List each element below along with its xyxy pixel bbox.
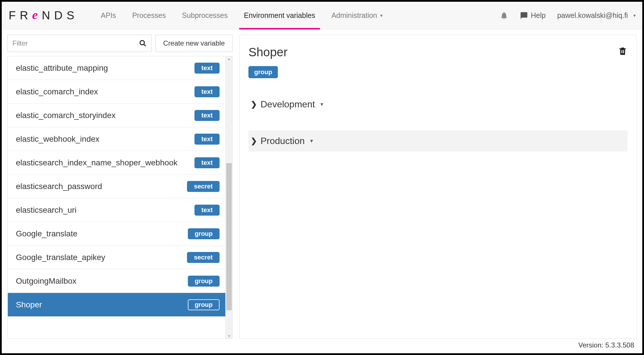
nav-item-apis[interactable]: APIs <box>93 2 124 29</box>
variable-type-badge: text <box>194 63 220 74</box>
variable-row[interactable]: OutgoingMailboxgroup <box>8 269 225 293</box>
frends-logo: FReNDS <box>9 8 78 23</box>
variable-name: elastic_attribute_mapping <box>16 63 108 73</box>
scrollbar[interactable]: ▴ ▾ <box>225 56 232 339</box>
variable-row[interactable]: elastic_comarch_storyindextext <box>8 104 225 127</box>
nav-item-environment-variables[interactable]: Environment variables <box>236 2 323 29</box>
variable-name: elastic_comarch_storyindex <box>16 111 116 120</box>
user-email: pawel.kowalski@hiq.fi <box>557 11 628 20</box>
top-navbar: FReNDS APIsProcessesSubprocessesEnvironm… <box>2 2 642 29</box>
scroll-up-icon[interactable]: ▴ <box>226 57 232 61</box>
chevron-right-icon: ❯ <box>251 100 257 109</box>
filter-input[interactable] <box>12 39 139 47</box>
variable-type-badge: group <box>188 276 220 287</box>
navbar-right: Help pawel.kowalski@hiq.fi ▼ <box>500 11 636 20</box>
detail-title: Shoper <box>248 45 287 59</box>
scroll-down-icon[interactable]: ▾ <box>226 334 232 338</box>
version-footer: Version: 5.3.3.508 <box>579 341 634 349</box>
variable-type-badge: text <box>194 86 220 97</box>
detail-header: Shoper <box>248 45 628 59</box>
variable-name: elasticsearch_uri <box>16 205 76 215</box>
variable-name: Google_translate <box>16 229 77 238</box>
nav-items: APIsProcessesSubprocessesEnvironment var… <box>93 2 392 29</box>
nav-item-subprocesses[interactable]: Subprocesses <box>174 2 236 29</box>
variable-name: Shoper <box>16 300 42 309</box>
main-content: Create new variable elastic_attribute_ma… <box>2 29 642 339</box>
variable-type-badge: text <box>194 205 220 216</box>
svg-point-0 <box>140 40 144 45</box>
create-variable-button[interactable]: Create new variable <box>156 35 233 52</box>
variable-name: OutgoingMailbox <box>16 276 76 286</box>
environment-production[interactable]: ❯ Production ▼ <box>248 130 628 152</box>
sidebar-toolbar: Create new variable <box>8 35 233 52</box>
caret-down-icon[interactable]: ▼ <box>320 102 324 107</box>
variable-type-badge: text <box>194 157 220 168</box>
delete-icon[interactable] <box>618 45 628 56</box>
variable-name: elasticsearch_password <box>16 182 102 191</box>
variable-type-badge: group <box>188 299 220 310</box>
chevron-right-icon: ❯ <box>251 137 257 145</box>
nav-item-processes[interactable]: Processes <box>124 2 174 29</box>
help-label: Help <box>531 11 546 20</box>
detail-panel: Shoper group ❯ Development ▼ ❯ Productio… <box>239 35 636 339</box>
variable-list: elastic_attribute_mappingtextelastic_com… <box>8 56 225 339</box>
variable-row[interactable]: Google_translategroup <box>8 222 225 246</box>
variable-row[interactable]: elastic_attribute_mappingtext <box>8 56 225 80</box>
notifications-icon[interactable] <box>500 11 508 20</box>
variable-name: elastic_webhook_index <box>16 134 100 144</box>
variable-row[interactable]: Google_translate_apikeysecret <box>8 246 225 269</box>
nav-item-administration[interactable]: Administration▼ <box>323 2 392 29</box>
variable-name: Google_translate_apikey <box>16 253 105 262</box>
variable-row[interactable]: elastic_webhook_indextext <box>8 127 225 151</box>
variable-row[interactable]: elasticsearch_passwordsecret <box>8 175 225 198</box>
variable-row[interactable]: Shopergroup <box>8 293 225 317</box>
environment-development[interactable]: ❯ Development ▼ <box>248 94 628 115</box>
environment-label: Development <box>261 99 315 110</box>
variable-list-wrap: elastic_attribute_mappingtextelastic_com… <box>8 56 233 339</box>
variable-name: elasticsearch_index_name_shoper_webhook <box>16 158 177 167</box>
variable-type-badge: text <box>194 134 220 145</box>
variable-type-badge: text <box>194 110 220 121</box>
variable-row[interactable]: elasticsearch_uritext <box>8 198 225 222</box>
environment-label: Production <box>261 136 305 146</box>
variable-name: elastic_comarch_index <box>16 87 98 96</box>
variable-type-badge: secret <box>187 252 220 263</box>
svg-line-1 <box>144 44 146 46</box>
user-menu[interactable]: pawel.kowalski@hiq.fi ▼ <box>557 11 636 20</box>
filter-input-wrap[interactable] <box>8 35 151 52</box>
caret-down-icon[interactable]: ▼ <box>309 139 314 144</box>
variable-type-badge: secret <box>187 181 220 192</box>
caret-down-icon: ▼ <box>632 13 636 18</box>
caret-down-icon: ▼ <box>379 13 383 18</box>
sidebar: Create new variable elastic_attribute_ma… <box>8 35 233 339</box>
search-icon[interactable] <box>139 40 147 47</box>
help-icon <box>520 12 528 20</box>
help-link[interactable]: Help <box>520 11 546 20</box>
detail-type-badge: group <box>248 66 278 78</box>
variable-row[interactable]: elastic_comarch_indextext <box>8 80 225 104</box>
variable-row[interactable]: elasticsearch_index_name_shoper_webhookt… <box>8 151 225 175</box>
scrollbar-thumb[interactable] <box>226 163 232 310</box>
variable-type-badge: group <box>188 228 220 239</box>
